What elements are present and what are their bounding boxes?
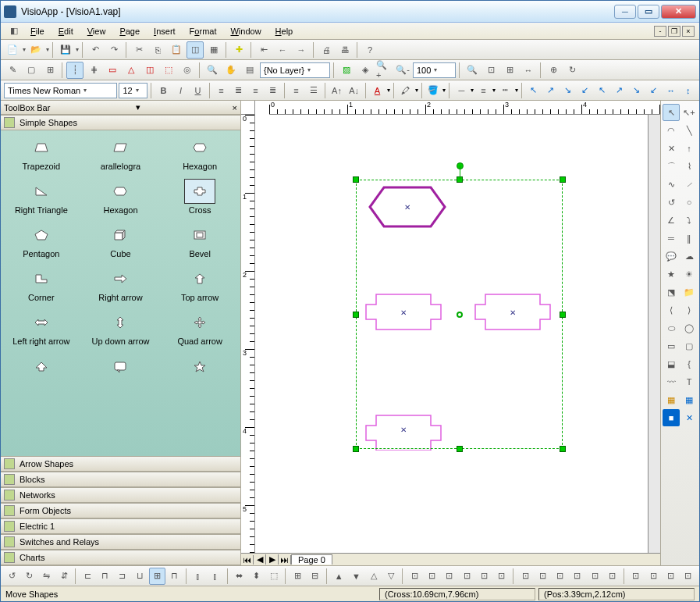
new-button[interactable]: 📄 [4,41,21,59]
cloud-tool[interactable]: ☁ [680,248,698,265]
arrow-8[interactable]: ↙ [646,82,662,99]
zoom-sel-button[interactable]: ⊡ [482,62,499,79]
a7[interactable]: ⊡ [517,568,533,585]
print-button[interactable]: 🖨 [318,41,335,59]
a2[interactable]: ⊡ [424,568,439,585]
shape-extra-15[interactable] [2,354,80,380]
page-first[interactable]: ⏮ [241,555,254,565]
rotate-ccw-button[interactable]: ↺ [4,568,20,585]
shape-quad-arrow[interactable]: Quad arrow [161,310,239,346]
arrow-5[interactable]: ↖ [595,82,610,99]
a3[interactable]: ⊡ [442,568,457,585]
wave-tool[interactable]: 〰 [663,373,680,390]
font-combo[interactable]: Times New Roman▾ [4,83,117,98]
menu-help[interactable]: Help [269,25,300,37]
align-c[interactable]: ⊓ [97,568,112,585]
highlight-button[interactable]: 🖍 [397,82,413,99]
snap-grid-button[interactable]: ⋕ [85,62,102,79]
category-arrow-shapes[interactable]: Arrow Shapes [1,456,240,472]
close-button[interactable]: ✕ [661,5,696,19]
flip-v-button[interactable]: ⇵ [56,568,72,585]
arrow-6[interactable]: ↗ [612,82,627,99]
ungroup-button[interactable]: ⊟ [307,568,323,585]
a6[interactable]: ⊡ [494,568,510,585]
pan-tool-button[interactable]: ✋ [222,62,240,79]
align-b[interactable]: ⊓ [167,568,183,585]
connector-tool[interactable]: ⤵ [680,212,698,229]
shape-hexagon[interactable]: Hexagon [82,179,160,215]
lineweight-button[interactable]: ≡ [475,82,491,99]
a16[interactable]: ⊡ [680,568,696,585]
drawing-canvas[interactable]: ✕✕✕✕ [255,115,648,553]
shape-corner[interactable]: Corner [2,266,80,302]
align-justify-button[interactable]: ≣ [265,82,281,99]
ellipse-tool[interactable]: ○ [680,194,698,211]
save-button[interactable]: 💾 [57,41,74,59]
align-right-button[interactable]: ≡ [248,82,264,99]
resize-handle[interactable] [353,312,359,318]
fontsize-combo[interactable]: 12▾ [119,83,147,98]
folder-tool[interactable]: 📁 [680,283,698,301]
same-h[interactable]: ⬍ [249,568,265,585]
resize-handle[interactable] [457,446,463,452]
zoom-page-button[interactable]: ⊞ [501,62,518,79]
grid-button[interactable]: ⊞ [41,62,59,79]
circle-tool[interactable]: ◯ [680,319,698,337]
resize-handle[interactable] [353,176,359,183]
zigzag-tool[interactable]: ⌇ [680,158,698,175]
shape-hexagon[interactable]: Hexagon [161,135,239,171]
align-left-button[interactable]: ≡ [213,82,229,99]
layers-button[interactable]: ▤ [241,62,258,79]
menu-format[interactable]: Format [183,25,223,37]
a5[interactable]: ⊡ [476,568,492,585]
shape-rect-button[interactable]: ▭ [104,62,121,79]
a12[interactable]: ⊡ [604,568,620,585]
callout-tool[interactable]: 💬 [663,248,680,265]
menu-file[interactable]: File [24,25,51,37]
zoom-region-button[interactable]: ⊕ [545,62,562,79]
toolbox-dropdown[interactable]: ▾ [136,102,140,112]
copy-button[interactable]: ⎘ [149,41,166,59]
bezier-tool[interactable]: ∿ [663,176,680,193]
forward-button[interactable]: △ [366,568,382,585]
center-handle[interactable] [457,312,463,318]
cross-tool[interactable]: ✕ [663,140,680,157]
resize-handle[interactable] [560,176,566,183]
front-button[interactable]: ▲ [331,568,346,585]
shape-right-arrow[interactable]: Right arrow [82,266,160,302]
a4[interactable]: ⊡ [459,568,474,585]
bold-button[interactable]: B [155,82,171,99]
category-networks[interactable]: Networks [1,487,240,503]
cylinder-tool[interactable]: ⬓ [663,355,680,372]
shape-bevel[interactable]: Bevel [161,223,239,258]
resize-handle[interactable] [560,446,566,452]
tab-tool[interactable]: ⬔ [663,283,680,301]
zoom-out-button[interactable]: 🔍- [394,62,411,79]
page-last[interactable]: ⏭ [279,555,291,565]
arrow-2[interactable]: ↗ [542,82,558,99]
a14[interactable]: ⊡ [645,568,661,585]
chevleft-tool[interactable]: ⟨ [663,301,680,319]
shape-right-triangle[interactable]: Right Triangle [2,179,80,215]
arrow-1[interactable]: ↖ [525,82,541,99]
zoom-tool-button[interactable]: 🔍 [204,62,221,79]
select-plus-tool[interactable]: ↖+ [680,104,698,121]
a10[interactable]: ⊡ [570,568,585,585]
layer-b-button[interactable]: ◈ [357,62,374,79]
angle-tool[interactable]: ∠ [663,212,680,229]
arrow-10[interactable]: ↕ [680,82,696,99]
shape-trapezoid[interactable]: Trapezoid [2,135,80,171]
shape-extra-17[interactable] [161,354,239,380]
roundrect-tool[interactable]: ▢ [680,337,698,354]
select-tool[interactable]: ↖ [663,104,680,121]
category-form-objects[interactable]: Form Objects [1,503,240,518]
shape-box-button[interactable]: ◫ [141,62,158,79]
toolbox-close[interactable]: × [233,103,237,112]
arrow-9[interactable]: ↔ [663,82,679,99]
zoom-width-button[interactable]: ↔ [520,62,537,79]
redo-button[interactable]: ↷ [105,41,123,59]
shape-frame-button[interactable]: ⬚ [160,62,177,79]
same-size[interactable]: ⬚ [266,568,282,585]
valign-button[interactable]: ≡ [289,82,304,99]
open-button[interactable]: 📂 [27,41,44,59]
